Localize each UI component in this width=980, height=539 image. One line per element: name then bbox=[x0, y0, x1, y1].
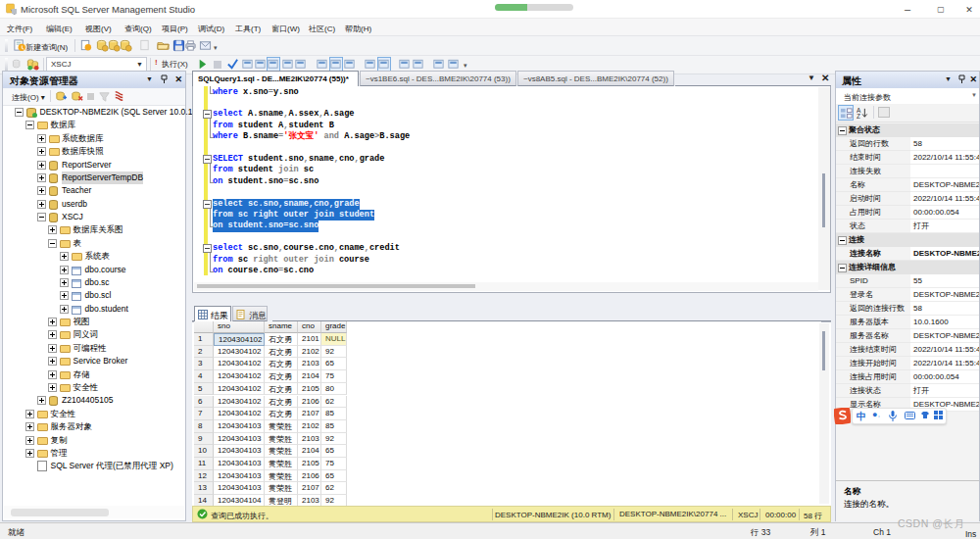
svg-text:Z: Z bbox=[857, 113, 860, 120]
